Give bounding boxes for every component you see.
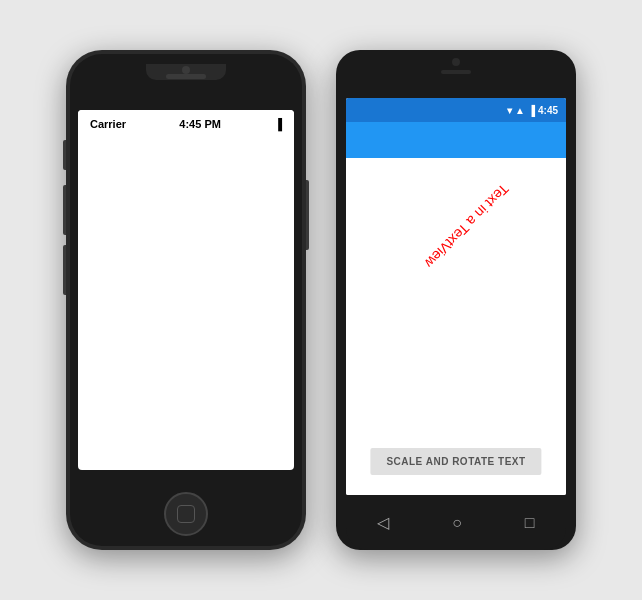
android-top-sensors <box>441 58 471 74</box>
android-home-button[interactable]: ○ <box>452 514 462 532</box>
ios-status-icons: ▐ <box>274 118 282 130</box>
ios-carrier: Carrier <box>90 118 126 130</box>
ios-power-button <box>306 180 309 250</box>
android-screen: ▾ ▲ ▐ 4:45 Text in a TextView SCALE AND … <box>346 98 566 495</box>
android-speaker <box>441 70 471 74</box>
android-back-button[interactable]: ◁ <box>377 513 389 532</box>
ios-screen: Carrier 4:45 PM ▐ Text in a UILabel Scal… <box>78 110 294 470</box>
ios-volume-down-button <box>63 245 66 295</box>
android-wifi-icon: ▾ <box>507 105 512 116</box>
android-signal-icon: ▲ <box>515 105 525 116</box>
android-time: 4:45 <box>538 105 558 116</box>
android-status-icons: ▾ ▲ ▐ 4:45 <box>507 105 558 116</box>
android-phone: ▾ ▲ ▐ 4:45 Text in a TextView SCALE AND … <box>336 50 576 550</box>
android-main-content: Text in a TextView SCALE AND ROTATE TEXT <box>346 158 566 495</box>
scale-rotate-button[interactable]: SCALE AND ROTATE TEXT <box>370 448 541 475</box>
ios-status-bar: Carrier 4:45 PM ▐ <box>78 110 294 138</box>
android-toolbar <box>346 122 566 158</box>
ios-phone: Carrier 4:45 PM ▐ Text in a UILabel Scal… <box>66 50 306 550</box>
ios-mute-button <box>63 140 66 170</box>
android-status-bar: ▾ ▲ ▐ 4:45 <box>346 98 566 122</box>
ios-time: 4:45 PM <box>179 118 221 130</box>
android-camera <box>452 58 460 66</box>
android-recents-button[interactable]: □ <box>525 514 535 532</box>
ios-battery-icon: ▐ <box>274 118 282 130</box>
ios-speaker <box>166 74 206 79</box>
android-rotated-text: Text in a TextView <box>422 181 512 271</box>
main-container: Carrier 4:45 PM ▐ Text in a UILabel Scal… <box>0 0 642 600</box>
android-nav-bar: ◁ ○ □ <box>346 495 566 550</box>
ios-camera <box>182 66 190 74</box>
android-battery-icon: ▐ <box>528 105 535 116</box>
ios-home-button[interactable] <box>164 492 208 536</box>
ios-volume-up-button <box>63 185 66 235</box>
